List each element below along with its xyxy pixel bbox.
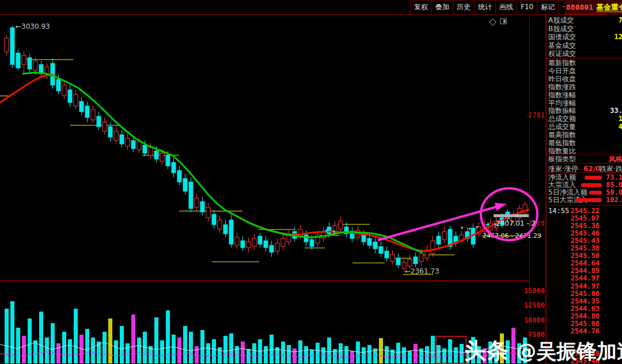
candle-body — [396, 258, 400, 265]
sidebar-row: B股成交 — [547, 25, 622, 33]
volume-axis-label: 10000 — [524, 316, 545, 324]
sidebar-row: 2544.80 — [547, 313, 622, 320]
price-axis-label: 2781 — [528, 111, 545, 119]
volume-bar — [442, 348, 446, 363]
candle-body — [442, 232, 446, 240]
candle-body — [206, 207, 210, 218]
candle-body — [22, 55, 26, 65]
tick-price: 2544.89 — [547, 267, 600, 275]
candle-body — [390, 255, 395, 261]
symbol-header: 880801 基金重仓 — [564, 0, 622, 14]
sidebar-row: 总成交量4 — [547, 123, 622, 131]
flow-bar — [585, 176, 602, 180]
volume-bar — [350, 351, 354, 363]
candle-body — [252, 238, 256, 247]
gray-bar — [494, 214, 529, 217]
toolbar-button-复权[interactable]: 复权 — [410, 1, 431, 14]
signal-marker: ᵀ — [468, 227, 471, 234]
symbol-code: 880801 — [564, 3, 593, 12]
candle-body — [5, 38, 9, 52]
volume-bar — [264, 346, 268, 363]
candle-body — [68, 90, 72, 103]
candle-body — [379, 247, 383, 253]
volume-bar — [189, 332, 193, 363]
candle-body — [85, 106, 89, 117]
volume-bar — [154, 317, 158, 363]
candle-body — [258, 236, 262, 244]
sidebar-label: A股成交 — [548, 17, 574, 24]
tick-price: 2545.07 — [547, 215, 600, 222]
toolbar-button-统计[interactable]: 统计 — [474, 1, 495, 14]
candle-body — [246, 242, 251, 248]
candle-body — [281, 238, 285, 247]
candle-body — [419, 253, 423, 261]
tick-price: 2545.38 — [547, 245, 600, 252]
sidebar-label: 昨日收盘 — [548, 75, 576, 83]
toolbar-button-叠加[interactable]: 叠加 — [431, 1, 453, 14]
volume-bar — [275, 347, 279, 363]
sidebar-row: 2545.07 — [547, 215, 622, 222]
tick-price: 2544.35 — [547, 298, 600, 305]
sidebar-row: 最新指数 — [547, 59, 622, 67]
sidebar-row: 2544.97 — [547, 275, 622, 282]
signal-marker: ↑ — [332, 229, 336, 236]
tick-price: 2545.22 — [547, 207, 600, 215]
toolbar-button-F10[interactable]: F10 — [517, 1, 537, 14]
volume-bar — [414, 344, 418, 363]
candle-body — [367, 238, 371, 245]
sidebar-label: 指数涨幅 — [548, 92, 576, 99]
sidebar-row: 最高指数 — [547, 131, 622, 139]
volume-bar — [5, 309, 9, 363]
sidebar-separator — [547, 154, 622, 154]
volume-bar — [177, 338, 181, 363]
volume-bar — [223, 336, 227, 363]
candle-body — [385, 251, 389, 258]
volume-bar — [367, 345, 371, 363]
volume-bar — [310, 350, 314, 363]
tick-price: 2544.63 — [547, 305, 600, 313]
volume-bar — [321, 347, 325, 363]
volume-bar — [229, 333, 233, 363]
candle-body — [200, 202, 204, 212]
candlestick-chart-canvas[interactable]: 278125281500012500100007500←3030.93←2361… — [0, 0, 546, 364]
volume-bar — [16, 328, 20, 363]
price-annotation: ←3030.93 — [16, 22, 50, 31]
candle-body — [339, 221, 343, 229]
sidebar-label: 总成交额 — [548, 115, 576, 123]
toolbar-button-历史[interactable]: 历史 — [453, 1, 474, 14]
chart-mini-toolbar — [490, 16, 507, 22]
signal-marker: ↑ — [493, 222, 498, 229]
volume-bar — [160, 340, 164, 363]
sidebar-value: 102. — [606, 196, 622, 204]
volume-bar — [103, 332, 107, 363]
volume-bar — [62, 332, 66, 363]
toolbar-button-画线[interactable]: 画线 — [495, 1, 517, 14]
top-toolbar: 复权叠加历史统计画线F10标记+自选返回 880801 基金重仓 — [0, 0, 622, 14]
volume-bar — [200, 330, 204, 363]
signal-marker: + — [486, 221, 490, 227]
toolbar-button-标记[interactable]: 标记 — [537, 1, 558, 14]
tick-price: 2545.38 — [547, 222, 600, 230]
volume-bar — [137, 338, 141, 363]
sidebar-label: 基金成交 — [548, 42, 576, 50]
candle-body — [114, 131, 118, 141]
volume-bar — [402, 347, 406, 363]
sidebar-row: 2545.00 — [547, 290, 622, 298]
candle-body — [154, 151, 158, 159]
candle-body — [91, 109, 95, 120]
volume-bar — [408, 351, 412, 363]
volume-bar — [74, 309, 78, 363]
sidebar-label: 总成交量 — [548, 123, 576, 131]
sidebar-row: 板指类型风格 — [547, 156, 622, 163]
volume-bar — [460, 344, 464, 363]
sidebar-value: 12 — [615, 33, 622, 41]
volume-bar — [172, 335, 176, 363]
sidebar-row: 昨日收盘 — [547, 75, 622, 83]
sidebar-label: 国债成交 — [548, 33, 576, 41]
sidebar-row: 5日大宗流入102. — [547, 196, 622, 204]
window-split-icon[interactable] — [500, 18, 507, 24]
volume-bar — [304, 346, 308, 363]
sidebar-row: 指数振幅33. — [547, 107, 622, 115]
sidebar-row: 指数涨跌 — [547, 84, 622, 91]
candle-body — [183, 179, 187, 191]
